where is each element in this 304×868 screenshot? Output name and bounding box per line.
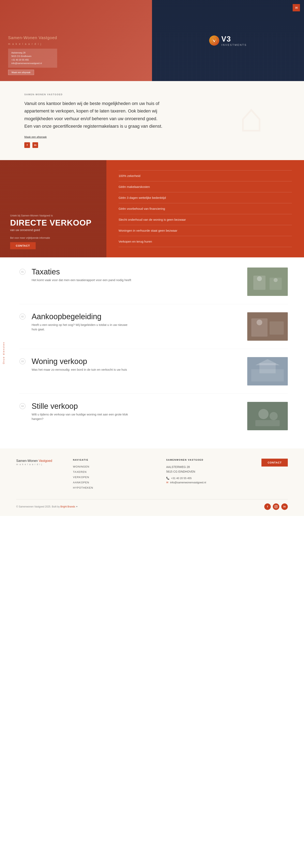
hero-left: Samen-Wonen Vastgoed m a k e l a a r d i… — [0, 0, 152, 81]
hero-address: Aalsterweg 28 — [11, 51, 54, 55]
hero-logo: Samen-Wonen Vastgoed m a k e l a a r d i… — [8, 35, 57, 46]
v3-logo: V3 INVESTMENTS — [209, 35, 247, 46]
svg-rect-18 — [255, 420, 280, 426]
footer-nav-link[interactable]: TAXEREN — [73, 470, 87, 473]
services-section: Onze diensten 01 Taxaties Het komt vaak … — [0, 257, 304, 448]
email-icon: ✉ — [166, 481, 169, 484]
service-item: 04 Stille verkoop Wilt u tijdens de verk… — [20, 402, 288, 438]
svg-point-6 — [274, 278, 278, 282]
footer-address: AALSTERWEG 28 5615 CG EINDHOVEN — [166, 465, 243, 474]
footer-logo: Samen-Wonen Vastgoed m a k e l a a r d i… — [16, 459, 57, 491]
hero-email: info@samenwonenvastgoed.nl — [11, 62, 54, 65]
svg-point-17 — [270, 412, 278, 420]
feature-item: Géén voorbehoud van financiering — [119, 203, 292, 214]
hero-section: Samen-Wonen Vastgoed m a k e l a a r d i… — [0, 0, 304, 81]
intro-section: ⌂ SAMEN-WONEN VASTGOED Vanuit ons kantoo… — [0, 81, 304, 160]
service-text: Stille verkoop Wilt u tijdens de verkoop… — [32, 402, 241, 421]
verkoop-left: Uniek bij Samen-Wonen Vastgoed is DIRECT… — [0, 160, 107, 257]
service-number: 02 — [20, 313, 26, 319]
hero-logo-sub: m a k e l a a r d i j — [8, 42, 42, 45]
v3-circle-icon — [209, 35, 219, 45]
feature-item: Géén makelaarskosten — [119, 181, 292, 192]
footer-email: ✉ info@samenwonenvastgoed.nl — [166, 481, 243, 484]
hero-cta-button[interactable]: Maak een afspraak — [8, 70, 34, 75]
facebook-icon[interactable]: f — [24, 142, 30, 148]
footer-social: f in — [264, 503, 288, 510]
footer-contact-col: SAMENWONEN VASTGOED AALSTERWEG 28 5615 C… — [166, 459, 243, 491]
footer-logo-vastgoed: Vastgoed — [39, 459, 52, 463]
svg-point-21 — [277, 506, 277, 506]
service-title: Taxaties — [32, 268, 241, 276]
verkoop-main-title: DIRECTE VERKOOP — [10, 218, 96, 227]
verkoop-bel-text: Bel voor meer vrijblijvende informatie — [10, 237, 96, 239]
feature-item: Verkopen en terug huren — [119, 236, 292, 247]
hero-right: V3 INVESTMENTS ✉ — [152, 0, 304, 81]
footer-nav-link[interactable]: WONINGEN — [73, 465, 89, 468]
feature-item: Slecht onderhoud van de woning is geen b… — [119, 214, 292, 225]
svg-point-1 — [215, 39, 216, 40]
service-image — [247, 312, 288, 341]
feature-list: 100% zekerheidGéén makelaarskostenGéén 3… — [119, 170, 292, 247]
hero-info-box: Aalsterweg 28 5615 CG Eindhoven +31 40 2… — [8, 49, 57, 68]
svg-point-9 — [256, 319, 262, 325]
footer-instagram-icon[interactable] — [273, 503, 279, 510]
service-text: Aankoopbegeleiding Heeft u een woning op… — [32, 312, 241, 332]
footer-nav-title: NAVIGATIE — [73, 459, 150, 461]
hero-logo-vastgoed: Vastgoed — [39, 35, 57, 40]
service-number: 03 — [20, 358, 26, 364]
footer-copyright: © Samenwonen Vastgoed 2025. Built by Bri… — [16, 505, 78, 508]
footer-facebook-icon[interactable]: f — [264, 503, 271, 510]
svg-rect-10 — [270, 321, 284, 335]
footer-phone: 📞 +31 40 20 55 455 — [166, 477, 243, 480]
service-desc: Heeft u een woning op het oog? Wij begel… — [32, 323, 133, 332]
bright-brands-link[interactable]: Bright Brands — [60, 505, 75, 508]
footer-contact-button[interactable]: CONTACT — [262, 459, 288, 467]
footer-nav-link-item: HYPOTHEKEN — [73, 486, 150, 489]
footer-bottom: © Samenwonen Vastgoed 2025. Built by Bri… — [16, 503, 288, 510]
footer-nav-link[interactable]: VERKOPEN — [73, 476, 89, 479]
footer-logo-samen: Samen-Wonen — [16, 459, 39, 463]
footer-divider — [16, 499, 288, 499]
intro-text: Vanuit ons kantoor bieden wij de beste m… — [24, 100, 166, 130]
footer-contact-title: SAMENWONEN VASTGOED — [166, 459, 243, 461]
feature-item: 100% zekerheid — [119, 170, 292, 181]
footer-contact-btn-area: CONTACT — [260, 459, 288, 491]
verkoop-unique-label: Uniek bij Samen-Wonen Vastgoed is — [10, 214, 96, 217]
service-title: Woning verkoop — [32, 357, 241, 366]
services-content: 01 Taxaties Het komt vaak voor dat men e… — [7, 257, 304, 448]
linkedin-icon[interactable]: in — [32, 142, 38, 148]
footer-nav-link-item: TAXEREN — [73, 470, 150, 474]
footer-nav-link-item: WONINGEN — [73, 465, 150, 468]
service-desc: Wilt u tijdens de verkoop van uw huidige… — [32, 412, 133, 421]
mail-icon[interactable]: ✉ — [293, 4, 300, 11]
service-image — [247, 268, 288, 296]
svg-point-20 — [275, 506, 277, 507]
footer-nav-link[interactable]: HYPOTHEKEN — [73, 486, 93, 489]
service-image — [247, 357, 288, 385]
service-text: Taxaties Het komt vaak voor dat men een … — [32, 268, 241, 282]
hero-phone: +31 40 20 55 455 — [11, 58, 54, 62]
footer-linkedin-icon[interactable]: in — [281, 503, 288, 510]
footer: Samen-Wonen Vastgoed m a k e l a a r d i… — [0, 448, 304, 516]
svg-point-0 — [212, 38, 217, 43]
service-item: 02 Aankoopbegeleiding Heeft u een woning… — [20, 312, 288, 349]
footer-logo-sub: m a k e l a a r d i j — [16, 463, 57, 466]
hero-city: 5615 CG Eindhoven — [11, 55, 54, 58]
phone-icon: 📞 — [166, 477, 170, 480]
verkoop-subtitle: van uw onroerend goed — [10, 228, 96, 231]
svg-point-4 — [257, 276, 262, 281]
intro-appointment-link[interactable]: Maak een afspraak — [24, 135, 47, 138]
hero-logo-samen: Samen-Wonen — [8, 35, 39, 40]
service-number: 01 — [20, 269, 26, 275]
directe-verkoop-section: Uniek bij Samen-Wonen Vastgoed is DIRECT… — [0, 160, 304, 257]
verkoop-contact-button[interactable]: CONTACT — [10, 242, 36, 249]
service-title: Aankoopbegeleiding — [32, 312, 241, 321]
footer-nav-link-item: VERKOPEN — [73, 475, 150, 479]
service-item: 01 Taxaties Het komt vaak voor dat men e… — [20, 268, 288, 304]
service-desc: Was het maar zo eenvoudig: een bord in d… — [32, 367, 133, 372]
footer-nav-link-item: AANKOPEN — [73, 480, 150, 484]
service-image — [247, 402, 288, 430]
service-number: 04 — [20, 403, 26, 409]
svg-rect-19 — [275, 505, 277, 508]
footer-nav-link[interactable]: AANKOPEN — [73, 481, 89, 484]
